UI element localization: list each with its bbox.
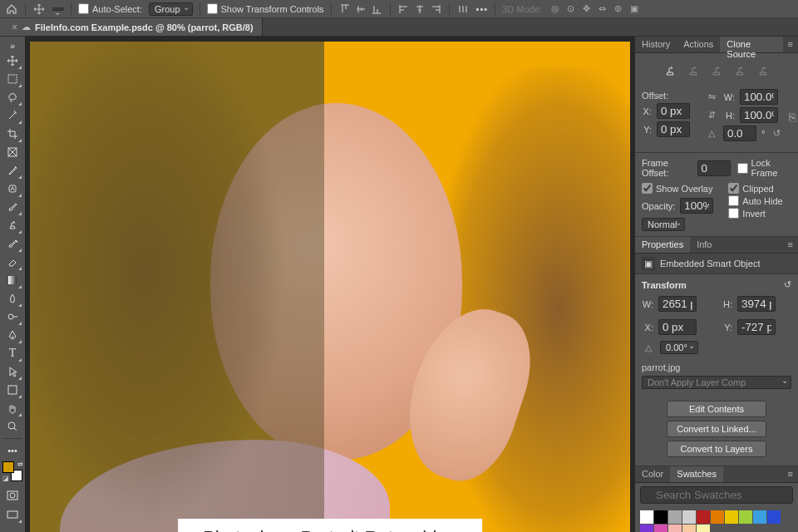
- document-canvas[interactable]: [30, 42, 630, 532]
- prop-w-input[interactable]: [658, 296, 697, 312]
- clone-source-4-icon[interactable]: [732, 63, 747, 78]
- tab-info[interactable]: Info: [690, 237, 718, 253]
- swatch[interactable]: [640, 525, 653, 532]
- tab-actions[interactable]: Actions: [677, 37, 720, 52]
- flip-v-icon[interactable]: ⇵: [705, 110, 718, 121]
- overlay-blend-dropdown[interactable]: Normal: [642, 218, 685, 231]
- tab-properties[interactable]: Properties: [635, 237, 690, 253]
- show-overlay-checkbox[interactable]: Show Overlay: [642, 183, 713, 194]
- tab-clone-source[interactable]: Clone Source: [720, 37, 782, 52]
- move-tool[interactable]: [2, 52, 22, 70]
- panel-menu-icon[interactable]: ≡: [783, 466, 798, 482]
- crop-tool[interactable]: [2, 125, 22, 143]
- distribute-h-icon[interactable]: [456, 2, 470, 16]
- prop-x-input[interactable]: [658, 319, 697, 335]
- clone-stamp-tool[interactable]: [2, 216, 22, 234]
- tool-preset-dropdown[interactable]: [52, 7, 64, 11]
- align-right-icon[interactable]: [429, 2, 442, 16]
- foreground-background-colors[interactable]: ⇄ ◪: [2, 461, 22, 481]
- edit-contents-button[interactable]: Edit Contents: [667, 401, 766, 417]
- auto-select-target-dropdown[interactable]: Group: [149, 2, 193, 16]
- link-wh-icon[interactable]: ⎘: [786, 111, 798, 124]
- swatch[interactable]: [640, 510, 653, 524]
- swatch[interactable]: [668, 525, 682, 532]
- auto-select-input[interactable]: [78, 3, 89, 14]
- swatch[interactable]: [668, 510, 682, 524]
- edit-toolbar-icon[interactable]: •••: [2, 441, 22, 460]
- lasso-tool[interactable]: [2, 88, 22, 106]
- foreground-color-swatch[interactable]: [2, 461, 14, 473]
- swatch[interactable]: [654, 525, 667, 532]
- swatches-search-input[interactable]: [640, 486, 793, 504]
- swatch[interactable]: [697, 525, 710, 532]
- swatch[interactable]: [697, 510, 710, 524]
- prop-h-input[interactable]: [737, 296, 776, 312]
- scale-h-input[interactable]: [740, 107, 778, 123]
- convert-to-linked-button[interactable]: Convert to Linked...: [667, 421, 766, 437]
- clone-source-3-icon[interactable]: [709, 63, 724, 78]
- brush-tool[interactable]: [2, 198, 22, 216]
- reset-angle-icon[interactable]: ↺: [770, 128, 783, 139]
- auto-hide-checkbox[interactable]: Auto Hide: [728, 195, 782, 206]
- type-tool[interactable]: T: [2, 344, 22, 362]
- align-hcenter-icon[interactable]: [413, 2, 426, 16]
- align-top-icon[interactable]: [338, 2, 352, 16]
- swatch[interactable]: [682, 510, 696, 524]
- align-bottom-icon[interactable]: [370, 2, 383, 16]
- swatch[interactable]: [767, 510, 781, 524]
- prop-angle-dropdown[interactable]: 0.00°: [660, 341, 698, 354]
- swatch[interactable]: [753, 510, 766, 524]
- tab-swatches[interactable]: Swatches: [670, 466, 723, 482]
- layer-comp-dropdown[interactable]: Don't Apply Layer Comp: [642, 376, 791, 389]
- home-icon[interactable]: [5, 2, 18, 16]
- align-vcenter-icon[interactable]: [354, 2, 367, 16]
- move-tool-indicator-icon[interactable]: [32, 2, 46, 16]
- quick-mask-icon[interactable]: [2, 486, 22, 505]
- clone-source-5-icon[interactable]: [756, 63, 771, 78]
- healing-brush-tool[interactable]: [2, 180, 22, 198]
- clone-source-1-icon[interactable]: [663, 63, 677, 78]
- flip-h-icon[interactable]: ⇋: [705, 91, 718, 102]
- swatch[interactable]: [711, 510, 724, 524]
- frame-offset-input[interactable]: [697, 160, 731, 176]
- tab-history[interactable]: History: [635, 37, 677, 52]
- swatch[interactable]: [654, 510, 667, 524]
- zoom-tool[interactable]: [2, 417, 22, 436]
- canvas-area[interactable]: Photoshop: Portrait Retouching: [25, 37, 635, 532]
- reset-transform-icon[interactable]: ↺: [784, 279, 791, 290]
- offset-y-input[interactable]: [657, 121, 690, 137]
- invert-checkbox[interactable]: Invert: [728, 208, 782, 219]
- lock-frame-checkbox[interactable]: Lock Frame: [737, 158, 792, 178]
- auto-select-checkbox[interactable]: Auto-Select:: [78, 3, 142, 14]
- blur-tool[interactable]: [2, 289, 22, 308]
- swatch[interactable]: [739, 510, 752, 524]
- opacity-input[interactable]: [680, 198, 713, 214]
- more-options-icon[interactable]: •••: [476, 4, 489, 14]
- history-brush-tool[interactable]: [2, 234, 22, 253]
- shape-tool[interactable]: [2, 381, 22, 399]
- align-left-icon[interactable]: [397, 2, 411, 16]
- dodge-tool[interactable]: [2, 308, 22, 326]
- collapse-arrows-icon[interactable]: »: [2, 40, 22, 52]
- eyedropper-tool[interactable]: [2, 161, 22, 180]
- convert-to-layers-button[interactable]: Convert to Layers: [667, 441, 766, 457]
- document-tab[interactable]: × ☁ FileInfo.com Example.psdc @ 80% (par…: [0, 18, 263, 36]
- swatch[interactable]: [725, 510, 738, 524]
- magic-wand-tool[interactable]: [2, 106, 22, 125]
- tab-color[interactable]: Color: [635, 466, 670, 482]
- frame-tool[interactable]: [2, 143, 22, 161]
- marquee-tool[interactable]: [2, 70, 22, 88]
- show-transform-input[interactable]: [207, 3, 218, 14]
- eraser-tool[interactable]: [2, 253, 22, 271]
- screen-mode-icon[interactable]: [2, 505, 22, 524]
- hand-tool[interactable]: [2, 399, 22, 417]
- pen-tool[interactable]: [2, 326, 22, 344]
- offset-x-input[interactable]: [657, 103, 690, 119]
- path-selection-tool[interactable]: [2, 362, 22, 381]
- angle-input[interactable]: [723, 126, 756, 141]
- gradient-tool[interactable]: [2, 271, 22, 289]
- swap-colors-icon[interactable]: ⇄: [17, 461, 23, 468]
- clipped-checkbox[interactable]: Clipped: [728, 183, 782, 194]
- clone-source-2-icon[interactable]: [686, 63, 701, 78]
- scale-w-input[interactable]: [740, 89, 778, 105]
